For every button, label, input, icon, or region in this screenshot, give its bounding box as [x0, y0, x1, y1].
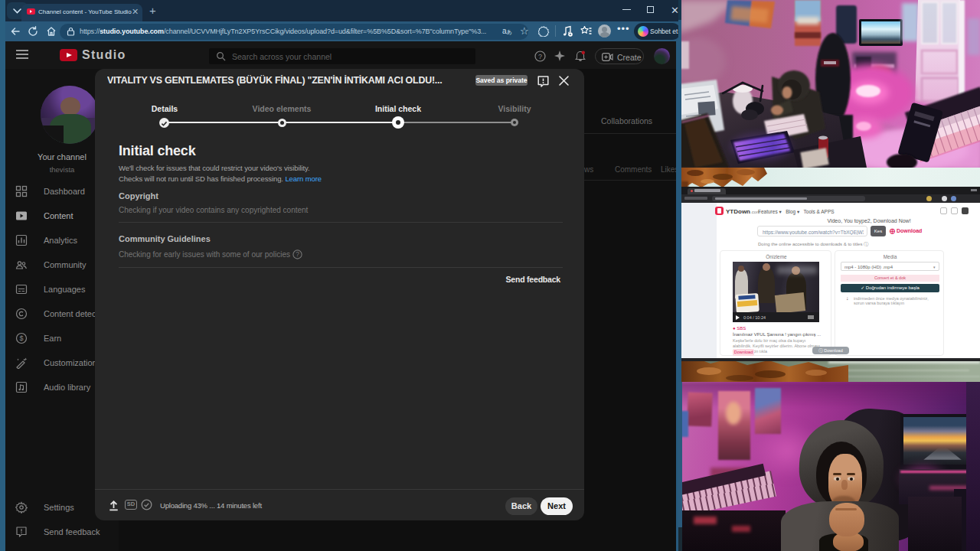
svg-text:?: ? [538, 53, 542, 60]
svg-text:$: $ [19, 334, 23, 342]
svg-text:?: ? [296, 250, 299, 258]
